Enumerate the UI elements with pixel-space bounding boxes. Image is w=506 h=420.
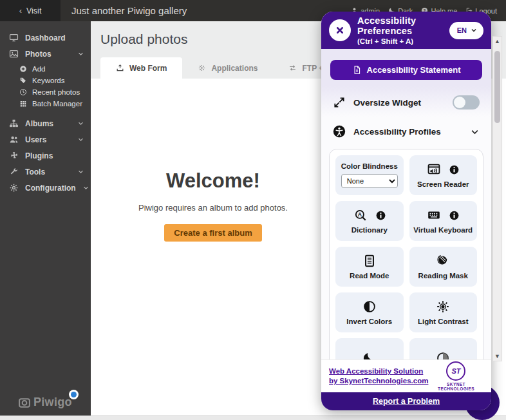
sidebar-subitem-batch-manager[interactable]: Batch Manager [0,98,91,110]
sidebar-item-albums[interactable]: Albums [0,115,91,131]
close-icon [334,24,346,36]
piwigo-logo[interactable]: Piwigo [18,396,72,409]
chevron-down-icon [77,136,84,143]
tile-virtual-keyboard[interactable]: Virtual Keyboard [409,201,478,241]
tile-color-blindness[interactable]: Color BlindnessNone [335,155,404,195]
welcome-subtitle: Piwigo requires an album to add photos. [91,203,335,213]
report-bar: Report a Problem [321,392,491,410]
sidebar-item-plugins[interactable]: Plugins [0,148,91,164]
sidebar: DashboardPhotosAddKeywordsRecent photosB… [0,21,91,415]
sidebar-item-photos[interactable]: Photos [0,46,91,62]
users-icon [9,135,19,144]
oversize-widget-label: Oversize Widget [353,98,445,108]
tile-invert-colors[interactable]: Invert Colors [335,292,404,332]
tile-label: Light Contrast [418,318,469,325]
skynet-link[interactable]: Web Accessibility Solution by SkynetTech… [329,367,429,386]
sidebar-item-dashboard[interactable]: Dashboard [0,30,91,46]
sidebar-subitem-keywords[interactable]: Keywords [0,75,91,86]
sidebar-item-label: Tools [25,167,71,177]
panel-scroll-area: Accessibility Statement Oversize Widget [321,49,491,359]
accessibility-statement-button[interactable]: Accessibility Statement [330,60,482,80]
tile-label: Screen Reader [417,180,469,188]
accessibility-profiles-label: Accessibility Profiles [353,127,462,137]
tags-icon [19,77,27,84]
language-selector[interactable]: EN [449,22,483,39]
tab-applications[interactable]: Applications [182,57,273,79]
document-icon [352,65,362,75]
tab-web-form[interactable]: Web Form [100,57,182,79]
visit-button[interactable]: ‹ Visit [0,0,61,21]
svg-text:A: A [358,211,362,218]
oversize-widget-toggle[interactable] [453,95,480,110]
feature-tile-grid: Color BlindnessNoneScreen ReaderADiction… [329,149,483,359]
sidebar-item-configuration[interactable]: Configuration [0,180,91,196]
chevron-down-icon[interactable] [470,127,480,137]
tile-screen-reader[interactable]: Screen Reader [409,155,478,195]
statement-label: Accessibility Statement [367,65,461,75]
sync-icon [288,64,297,72]
camera-icon [18,396,31,409]
sidebar-item-users[interactable]: Users [0,131,91,148]
scroll-up-arrow[interactable]: ▲ [493,38,501,44]
visit-label: Visit [26,6,41,15]
tile-light-contrast[interactable]: Light Contrast [409,292,478,332]
skynet-brand: ST SKYNET TECHNOLOGIES [429,361,483,391]
notification-badge[interactable] [69,390,79,399]
panel-scrollbar[interactable]: ▲ ▼ [492,36,502,361]
dark-contrast-icon [362,351,377,359]
screen-reader-icon [427,162,441,177]
info-icon[interactable] [449,165,459,175]
sidebar-item-tools[interactable]: Tools [0,164,91,180]
chevron-left-icon: ‹ [19,6,22,15]
expand-icon [333,96,346,109]
sidebar-item-label: Configuration [25,184,76,193]
sidebar-subitem-add[interactable]: Add [0,63,91,75]
reading-mask-icon [436,254,450,268]
color-blindness-select[interactable]: None [341,174,398,188]
sidebar-subitem-label: Batch Manager [32,100,82,108]
language-code: EN [457,26,467,34]
tile-read-mode[interactable]: Read Mode [335,247,404,287]
sidebar-subitem-label: Keywords [32,77,65,84]
chevron-down-icon [77,120,84,127]
accessibility-profiles-row[interactable]: Accessibility Profiles [321,125,491,138]
gear-icon [9,183,19,193]
sidebar-subitem-label: Recent photos [32,88,80,96]
tile-dark-contrast[interactable] [335,338,404,359]
sidebar-item-label: Dashboard [25,33,84,43]
report-a-problem-link[interactable]: Report a Problem [373,397,440,406]
page-bottom-edge [0,415,506,420]
tile-reading-mask[interactable]: Reading Mask [409,247,478,287]
high-contrast-icon [436,351,450,359]
close-button[interactable] [329,19,351,41]
tile-label: Color Blindness [341,162,398,170]
monitor-icon [9,33,19,43]
tile-label: Invert Colors [346,318,392,325]
tile-label: Virtual Keyboard [413,226,473,234]
sidebar-subitem-recent-photos[interactable]: Recent photos [0,86,91,98]
tile-label: Reading Mask [418,272,468,280]
virtual-keyboard-icon [427,208,441,222]
chevron-down-icon [470,26,478,34]
panel-shortcut: (Ctrl + Shift + A) [357,37,443,45]
create-first-album-button[interactable]: Create a first album [164,224,261,242]
scroll-down-arrow[interactable]: ▼ [493,353,501,359]
skynet-brand-name: SKYNET TECHNOLOGIES [429,382,483,391]
welcome-title: Welcome! [91,169,335,193]
dictionary-icon: A [353,208,368,222]
panel-title: Accessibility Preferences [357,15,443,36]
page-title: Upload photos [100,32,187,47]
image-icon [9,49,19,59]
welcome-block: Welcome! Piwigo requires an album to add… [91,169,335,242]
tile-high-contrast[interactable] [409,338,478,359]
info-icon[interactable] [449,211,459,220]
info-icon[interactable] [376,211,386,220]
read-mode-icon [362,254,377,268]
skynet-logo: ST [446,361,465,381]
scrollbar-thumb[interactable] [494,51,500,123]
sidebar-item-label: Albums [25,119,71,128]
upload-icon [116,64,124,72]
tile-label: Read Mode [350,272,389,280]
tile-dictionary[interactable]: ADictionary [335,201,404,241]
wrench-icon [9,167,19,177]
